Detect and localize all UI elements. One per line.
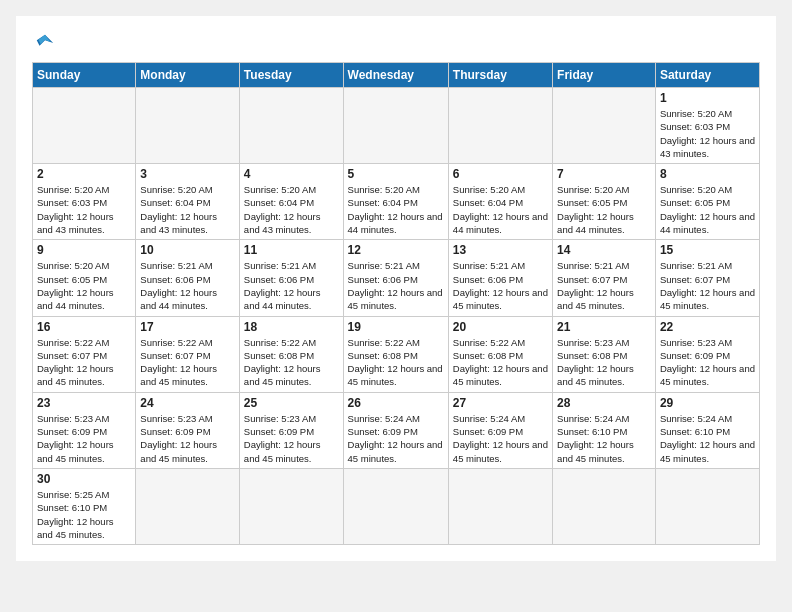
- calendar-cell: 5Sunrise: 5:20 AMSunset: 6:04 PMDaylight…: [343, 164, 448, 240]
- calendar-cell: 25Sunrise: 5:23 AMSunset: 6:09 PMDayligh…: [239, 392, 343, 468]
- calendar-cell: 8Sunrise: 5:20 AMSunset: 6:05 PMDaylight…: [655, 164, 759, 240]
- day-info: Sunrise: 5:21 AMSunset: 6:06 PMDaylight:…: [140, 259, 235, 312]
- calendar-cell: [343, 468, 448, 544]
- day-info: Sunrise: 5:22 AMSunset: 6:07 PMDaylight:…: [37, 336, 131, 389]
- day-info: Sunrise: 5:21 AMSunset: 6:06 PMDaylight:…: [453, 259, 548, 312]
- calendar-week-4: 23Sunrise: 5:23 AMSunset: 6:09 PMDayligh…: [33, 392, 760, 468]
- day-number: 5: [348, 167, 444, 181]
- day-number: 17: [140, 320, 235, 334]
- header: [32, 32, 760, 54]
- calendar-header-thursday: Thursday: [448, 63, 552, 88]
- calendar-cell: 6Sunrise: 5:20 AMSunset: 6:04 PMDaylight…: [448, 164, 552, 240]
- day-number: 19: [348, 320, 444, 334]
- day-info: Sunrise: 5:20 AMSunset: 6:03 PMDaylight:…: [660, 107, 755, 160]
- day-info: Sunrise: 5:23 AMSunset: 6:09 PMDaylight:…: [37, 412, 131, 465]
- day-number: 25: [244, 396, 339, 410]
- calendar-cell: [33, 88, 136, 164]
- day-number: 7: [557, 167, 651, 181]
- day-info: Sunrise: 5:22 AMSunset: 6:08 PMDaylight:…: [453, 336, 548, 389]
- day-info: Sunrise: 5:20 AMSunset: 6:04 PMDaylight:…: [453, 183, 548, 236]
- day-number: 26: [348, 396, 444, 410]
- day-number: 20: [453, 320, 548, 334]
- calendar-week-3: 16Sunrise: 5:22 AMSunset: 6:07 PMDayligh…: [33, 316, 760, 392]
- day-info: Sunrise: 5:24 AMSunset: 6:10 PMDaylight:…: [660, 412, 755, 465]
- day-number: 2: [37, 167, 131, 181]
- calendar-cell: 24Sunrise: 5:23 AMSunset: 6:09 PMDayligh…: [136, 392, 240, 468]
- calendar-cell: 27Sunrise: 5:24 AMSunset: 6:09 PMDayligh…: [448, 392, 552, 468]
- day-number: 4: [244, 167, 339, 181]
- calendar-week-1: 2Sunrise: 5:20 AMSunset: 6:03 PMDaylight…: [33, 164, 760, 240]
- day-info: Sunrise: 5:20 AMSunset: 6:04 PMDaylight:…: [244, 183, 339, 236]
- day-info: Sunrise: 5:20 AMSunset: 6:03 PMDaylight:…: [37, 183, 131, 236]
- calendar-cell: 30Sunrise: 5:25 AMSunset: 6:10 PMDayligh…: [33, 468, 136, 544]
- calendar-cell: [239, 88, 343, 164]
- day-number: 21: [557, 320, 651, 334]
- day-number: 10: [140, 243, 235, 257]
- day-number: 28: [557, 396, 651, 410]
- calendar-cell: 9Sunrise: 5:20 AMSunset: 6:05 PMDaylight…: [33, 240, 136, 316]
- day-info: Sunrise: 5:21 AMSunset: 6:07 PMDaylight:…: [557, 259, 651, 312]
- day-number: 14: [557, 243, 651, 257]
- calendar-cell: [655, 468, 759, 544]
- day-number: 30: [37, 472, 131, 486]
- day-info: Sunrise: 5:21 AMSunset: 6:06 PMDaylight:…: [244, 259, 339, 312]
- day-number: 3: [140, 167, 235, 181]
- day-number: 1: [660, 91, 755, 105]
- calendar-cell: [553, 88, 656, 164]
- calendar-header-saturday: Saturday: [655, 63, 759, 88]
- calendar-cell: 21Sunrise: 5:23 AMSunset: 6:08 PMDayligh…: [553, 316, 656, 392]
- calendar-cell: 15Sunrise: 5:21 AMSunset: 6:07 PMDayligh…: [655, 240, 759, 316]
- day-info: Sunrise: 5:20 AMSunset: 6:04 PMDaylight:…: [140, 183, 235, 236]
- calendar-cell: 18Sunrise: 5:22 AMSunset: 6:08 PMDayligh…: [239, 316, 343, 392]
- calendar-page: SundayMondayTuesdayWednesdayThursdayFrid…: [16, 16, 776, 561]
- calendar-body: 1Sunrise: 5:20 AMSunset: 6:03 PMDaylight…: [33, 88, 760, 545]
- day-number: 18: [244, 320, 339, 334]
- calendar-cell: [343, 88, 448, 164]
- day-number: 6: [453, 167, 548, 181]
- day-number: 16: [37, 320, 131, 334]
- calendar-cell: 4Sunrise: 5:20 AMSunset: 6:04 PMDaylight…: [239, 164, 343, 240]
- day-number: 29: [660, 396, 755, 410]
- day-info: Sunrise: 5:20 AMSunset: 6:04 PMDaylight:…: [348, 183, 444, 236]
- day-info: Sunrise: 5:23 AMSunset: 6:09 PMDaylight:…: [660, 336, 755, 389]
- day-info: Sunrise: 5:25 AMSunset: 6:10 PMDaylight:…: [37, 488, 131, 541]
- calendar-cell: [239, 468, 343, 544]
- day-info: Sunrise: 5:24 AMSunset: 6:10 PMDaylight:…: [557, 412, 651, 465]
- calendar-table: SundayMondayTuesdayWednesdayThursdayFrid…: [32, 62, 760, 545]
- day-info: Sunrise: 5:22 AMSunset: 6:07 PMDaylight:…: [140, 336, 235, 389]
- calendar-cell: 3Sunrise: 5:20 AMSunset: 6:04 PMDaylight…: [136, 164, 240, 240]
- calendar-cell: 2Sunrise: 5:20 AMSunset: 6:03 PMDaylight…: [33, 164, 136, 240]
- day-number: 9: [37, 243, 131, 257]
- day-info: Sunrise: 5:23 AMSunset: 6:08 PMDaylight:…: [557, 336, 651, 389]
- calendar-header-sunday: Sunday: [33, 63, 136, 88]
- calendar-cell: 17Sunrise: 5:22 AMSunset: 6:07 PMDayligh…: [136, 316, 240, 392]
- day-info: Sunrise: 5:20 AMSunset: 6:05 PMDaylight:…: [660, 183, 755, 236]
- calendar-cell: [553, 468, 656, 544]
- calendar-cell: 29Sunrise: 5:24 AMSunset: 6:10 PMDayligh…: [655, 392, 759, 468]
- day-number: 11: [244, 243, 339, 257]
- day-number: 23: [37, 396, 131, 410]
- calendar-cell: [136, 468, 240, 544]
- day-info: Sunrise: 5:23 AMSunset: 6:09 PMDaylight:…: [244, 412, 339, 465]
- calendar-cell: [136, 88, 240, 164]
- day-info: Sunrise: 5:22 AMSunset: 6:08 PMDaylight:…: [348, 336, 444, 389]
- calendar-cell: 12Sunrise: 5:21 AMSunset: 6:06 PMDayligh…: [343, 240, 448, 316]
- calendar-cell: [448, 88, 552, 164]
- day-number: 24: [140, 396, 235, 410]
- calendar-header-row: SundayMondayTuesdayWednesdayThursdayFrid…: [33, 63, 760, 88]
- day-info: Sunrise: 5:20 AMSunset: 6:05 PMDaylight:…: [557, 183, 651, 236]
- calendar-cell: 19Sunrise: 5:22 AMSunset: 6:08 PMDayligh…: [343, 316, 448, 392]
- calendar-cell: 16Sunrise: 5:22 AMSunset: 6:07 PMDayligh…: [33, 316, 136, 392]
- calendar-cell: 7Sunrise: 5:20 AMSunset: 6:05 PMDaylight…: [553, 164, 656, 240]
- day-number: 8: [660, 167, 755, 181]
- calendar-cell: 23Sunrise: 5:23 AMSunset: 6:09 PMDayligh…: [33, 392, 136, 468]
- calendar-cell: 13Sunrise: 5:21 AMSunset: 6:06 PMDayligh…: [448, 240, 552, 316]
- logo: [32, 32, 56, 54]
- calendar-week-5: 30Sunrise: 5:25 AMSunset: 6:10 PMDayligh…: [33, 468, 760, 544]
- day-info: Sunrise: 5:24 AMSunset: 6:09 PMDaylight:…: [453, 412, 548, 465]
- calendar-cell: 28Sunrise: 5:24 AMSunset: 6:10 PMDayligh…: [553, 392, 656, 468]
- day-info: Sunrise: 5:22 AMSunset: 6:08 PMDaylight:…: [244, 336, 339, 389]
- calendar-cell: 20Sunrise: 5:22 AMSunset: 6:08 PMDayligh…: [448, 316, 552, 392]
- day-number: 13: [453, 243, 548, 257]
- calendar-cell: 26Sunrise: 5:24 AMSunset: 6:09 PMDayligh…: [343, 392, 448, 468]
